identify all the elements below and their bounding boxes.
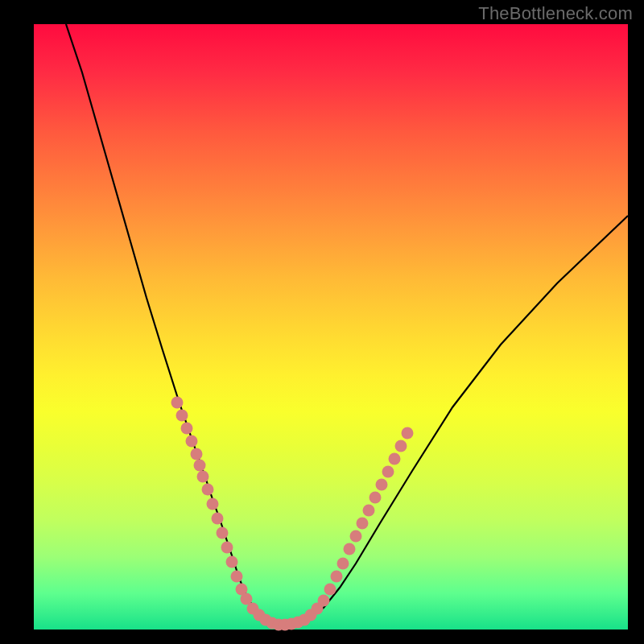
highlight-point [331, 571, 343, 583]
highlight-point [318, 595, 330, 607]
watermark-text: TheBottleneck.com [478, 3, 633, 24]
highlight-point [191, 448, 203, 460]
highlight-point [369, 492, 382, 504]
chart-frame: TheBottleneck.com [0, 0, 644, 644]
highlight-point [324, 584, 336, 596]
highlight-point [176, 410, 188, 422]
highlight-point [221, 542, 233, 554]
highlight-point [212, 513, 224, 525]
highlight-point [217, 527, 229, 539]
highlight-point [181, 423, 193, 435]
highlight-point [207, 498, 219, 510]
highlight-point [226, 556, 238, 568]
curve-svg [34, 24, 628, 630]
highlight-point [357, 518, 369, 530]
highlight-point [363, 505, 375, 517]
highlight-point [402, 427, 414, 440]
highlight-point [344, 543, 356, 555]
highlight-point [350, 530, 362, 543]
highlight-point [395, 440, 407, 452]
highlight-point [202, 484, 214, 496]
highlight-points [171, 397, 414, 631]
highlight-point [337, 558, 349, 570]
highlight-point [197, 471, 209, 483]
plot-area [34, 24, 628, 630]
highlight-point [231, 571, 243, 583]
highlight-point [194, 460, 206, 472]
highlight-point [389, 453, 401, 465]
highlight-point [186, 436, 198, 448]
highlight-point [171, 397, 184, 409]
bottleneck-curve [66, 24, 628, 625]
highlight-point [376, 479, 388, 491]
highlight-point [382, 466, 394, 478]
